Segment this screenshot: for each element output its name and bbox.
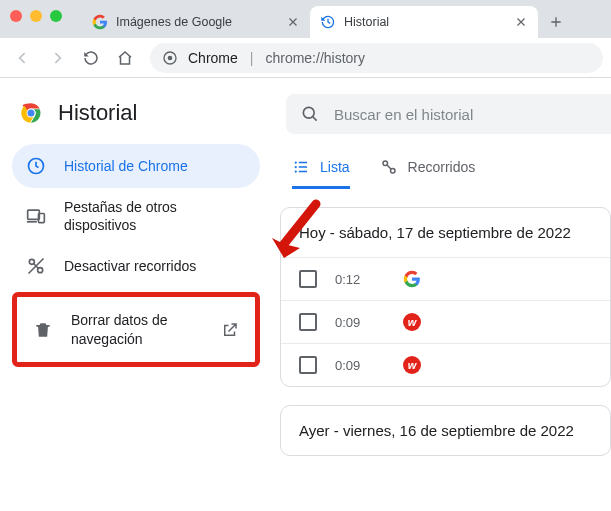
window-minimize-button[interactable] (30, 10, 42, 22)
row-time: 0:09 (335, 358, 385, 373)
history-card-yesterday: Ayer - viernes, 16 de septiembre de 2022 (280, 405, 611, 456)
devices-icon (26, 206, 46, 226)
view-tab-list[interactable]: Lista (292, 158, 350, 189)
external-link-icon (221, 321, 239, 339)
svg-point-12 (295, 166, 297, 168)
main-pane: Lista Recorridos Hoy - sábado, 17 de sep… (270, 78, 611, 511)
search-icon (300, 104, 320, 124)
browser-toolbar: Chrome | chrome://history (0, 38, 611, 78)
journeys-icon (380, 158, 398, 176)
history-row[interactable]: 0:09 w (281, 301, 610, 343)
tab-title: Imágenes de Google (116, 15, 278, 29)
close-tab-icon[interactable] (514, 15, 528, 29)
reload-button[interactable] (76, 43, 106, 73)
sidebar-item-label: Historial de Chrome (64, 157, 246, 175)
search-input[interactable] (334, 106, 597, 123)
trash-icon (33, 320, 53, 340)
sidebar-item-disable-journeys[interactable]: Desactivar recorridos (12, 244, 260, 288)
list-icon (292, 158, 310, 176)
window-close-button[interactable] (10, 10, 22, 22)
history-card-today: Hoy - sábado, 17 de septiembre de 2022 0… (280, 207, 611, 387)
chrome-logo-icon (18, 100, 44, 126)
view-tab-label: Lista (320, 159, 350, 175)
card-date-label: Ayer - viernes, 16 de septiembre de 2022 (281, 406, 610, 455)
history-row[interactable]: 0:09 w (281, 344, 610, 386)
home-button[interactable] (110, 43, 140, 73)
row-checkbox[interactable] (299, 270, 317, 288)
site-favicon-icon: w (403, 313, 421, 331)
window-zoom-button[interactable] (50, 10, 62, 22)
close-tab-icon[interactable] (286, 15, 300, 29)
svg-point-1 (168, 55, 173, 60)
omnibox-prefix: Chrome (188, 50, 238, 66)
address-bar[interactable]: Chrome | chrome://history (150, 43, 603, 73)
sidebar: Historial Historial de Chrome Pestañas d… (0, 78, 270, 511)
journeys-off-icon (26, 256, 46, 276)
google-favicon-icon (92, 14, 108, 30)
annotation-highlight: Borrar datos de navegación (12, 292, 260, 366)
sidebar-item-label: Borrar datos de navegación (71, 311, 203, 347)
tab-strip: Imágenes de Google Historial (82, 0, 570, 38)
history-cards: Hoy - sábado, 17 de septiembre de 2022 0… (270, 189, 611, 456)
row-time: 0:09 (335, 315, 385, 330)
google-favicon-icon (403, 270, 421, 288)
tab-history[interactable]: Historial (310, 6, 538, 38)
page-title: Historial (58, 100, 137, 126)
svg-point-13 (295, 170, 297, 172)
history-favicon-icon (320, 14, 336, 30)
back-button[interactable] (8, 43, 38, 73)
search-box[interactable] (286, 94, 611, 134)
forward-button[interactable] (42, 43, 72, 73)
sidebar-header: Historial (12, 96, 260, 144)
site-favicon-icon: w (403, 356, 421, 374)
traffic-lights (10, 0, 62, 38)
omnibox-separator: | (248, 50, 256, 66)
sidebar-item-label: Pestañas de otros dispositivos (64, 198, 246, 234)
row-checkbox[interactable] (299, 356, 317, 374)
svg-point-11 (295, 161, 297, 163)
new-tab-button[interactable] (542, 8, 570, 36)
view-tab-label: Recorridos (408, 159, 476, 175)
window-titlebar: Imágenes de Google Historial (0, 0, 611, 38)
tab-title: Historial (344, 15, 506, 29)
sidebar-item-chrome-history[interactable]: Historial de Chrome (12, 144, 260, 188)
search-row (270, 88, 611, 140)
card-date-label: Hoy - sábado, 17 de septiembre de 2022 (281, 208, 610, 257)
view-tabs: Lista Recorridos (270, 140, 611, 189)
svg-rect-6 (28, 210, 40, 219)
row-time: 0:12 (335, 272, 385, 287)
tab-google-images[interactable]: Imágenes de Google (82, 6, 310, 38)
sidebar-item-clear-browsing-data[interactable]: Borrar datos de navegación (19, 301, 253, 357)
history-row[interactable]: 0:12 (281, 258, 610, 300)
sidebar-item-label: Desactivar recorridos (64, 257, 246, 275)
svg-point-4 (27, 109, 34, 116)
view-tab-journeys[interactable]: Recorridos (380, 158, 476, 189)
chrome-page-icon (162, 50, 178, 66)
clock-icon (26, 156, 46, 176)
omnibox-url: chrome://history (265, 50, 365, 66)
row-checkbox[interactable] (299, 313, 317, 331)
page-content: Historial Historial de Chrome Pestañas d… (0, 78, 611, 511)
sidebar-item-other-devices[interactable]: Pestañas de otros dispositivos (12, 188, 260, 244)
